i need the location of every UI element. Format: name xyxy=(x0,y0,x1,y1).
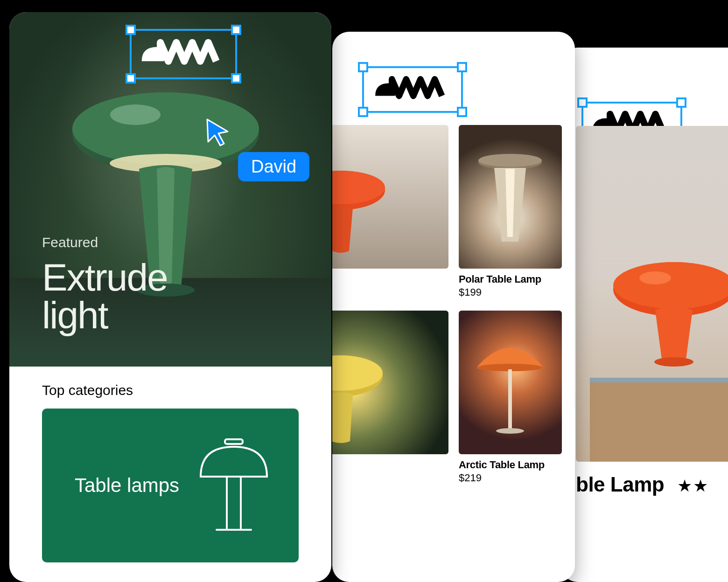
product-name: Polar Table Lamp xyxy=(459,273,562,285)
collaborator-name-label: David xyxy=(238,152,309,181)
collaborator-cursor xyxy=(205,118,231,148)
brand-logo xyxy=(134,34,232,75)
rating-stars: ★★ xyxy=(677,476,709,496)
svg-point-7 xyxy=(478,154,542,167)
product-name-partial: amp xyxy=(332,273,448,285)
product-card[interactable]: Arctic Table Lamp $219 xyxy=(459,311,562,484)
product-image xyxy=(459,125,562,269)
product-card[interactable]: Polar Table Lamp $199 xyxy=(459,125,562,298)
app-frame-home: David Featured Extrude light Top categor… xyxy=(9,12,331,582)
product-image xyxy=(459,311,562,454)
selection-handle[interactable] xyxy=(457,62,467,72)
hero-title-line: light xyxy=(42,294,107,336)
selection-handle[interactable] xyxy=(358,62,368,72)
category-label: Table lamps xyxy=(75,474,179,497)
selection-handle[interactable] xyxy=(231,25,241,35)
product-name: Arctic Table Lamp xyxy=(459,459,562,471)
product-image xyxy=(332,311,448,454)
cursor-icon xyxy=(205,118,231,146)
lamp-outline-icon xyxy=(194,436,273,534)
logo-selection-box[interactable] xyxy=(362,66,463,113)
selection-handle[interactable] xyxy=(231,73,241,83)
svg-rect-18 xyxy=(225,439,243,444)
product-card[interactable]: lamp xyxy=(332,311,448,484)
hero-section[interactable]: David Featured Extrude light xyxy=(9,12,331,367)
selection-handle[interactable] xyxy=(126,73,136,83)
svg-point-3 xyxy=(654,357,693,367)
product-price: $219 xyxy=(459,472,562,484)
product-price: $199 xyxy=(459,286,562,298)
selection-handle[interactable] xyxy=(358,107,368,117)
selection-handle[interactable] xyxy=(457,107,467,117)
brand-logo xyxy=(367,71,458,108)
product-image xyxy=(332,125,448,269)
app-frame-product-grid: amp Polar Table Lamp $199 xyxy=(332,32,575,582)
svg-point-15 xyxy=(110,104,161,125)
product-hero-image[interactable] xyxy=(576,126,728,462)
lamp-illustration xyxy=(604,233,728,373)
selection-handle[interactable] xyxy=(676,97,686,108)
selection-handle[interactable] xyxy=(126,25,136,35)
hero-eyebrow: Featured xyxy=(42,235,168,250)
logo-selection-box[interactable] xyxy=(130,29,237,79)
product-card[interactable]: amp xyxy=(332,125,448,298)
hero-title-line: Extrude xyxy=(42,256,168,298)
hero-title: Extrude light xyxy=(42,259,168,334)
product-title-partial: ble Lamp xyxy=(576,473,664,496)
top-categories-heading: Top categories xyxy=(42,382,331,398)
app-frame-product-detail: ble Lamp ★★ xyxy=(561,48,728,582)
category-card-table-lamps[interactable]: Table lamps xyxy=(42,409,299,562)
svg-point-12 xyxy=(496,428,524,434)
selection-handle[interactable] xyxy=(577,97,588,108)
svg-rect-11 xyxy=(508,369,512,430)
svg-point-2 xyxy=(639,271,671,284)
product-name-partial: lamp xyxy=(332,459,448,471)
